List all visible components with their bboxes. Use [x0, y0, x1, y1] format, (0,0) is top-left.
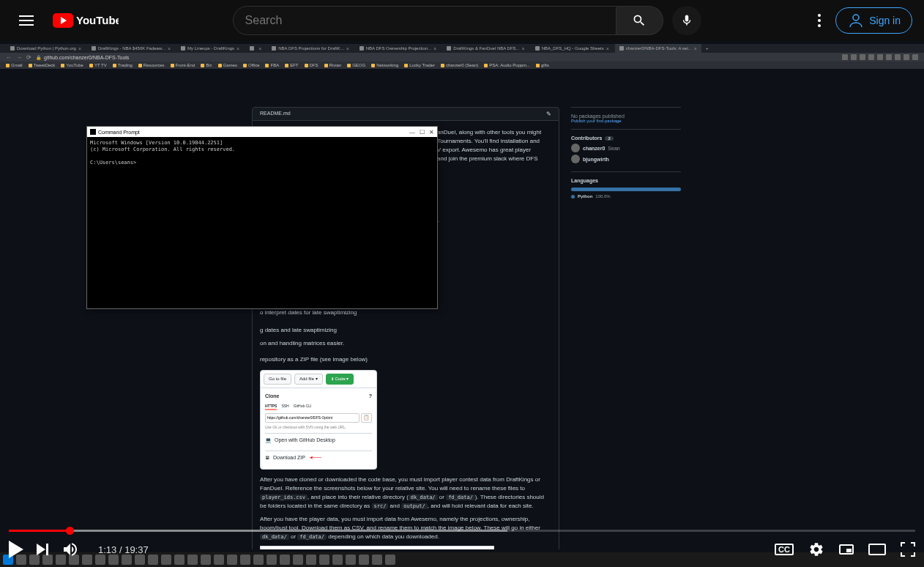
browser-tab[interactable]: DraftKings - NBA $450K Fadeaw...×: [87, 44, 175, 53]
maximize-button[interactable]: ☐: [420, 129, 425, 136]
clone-url-input[interactable]: [265, 413, 359, 423]
bookmark-item[interactable]: Networking: [371, 63, 398, 67]
address-bar[interactable]: 🔒 github.com/chanzer0/NBA-DFS-Tools: [36, 55, 129, 60]
voice-search-button[interactable]: [672, 6, 701, 35]
bookmark-item[interactable]: PSA: Audio Poppin...: [484, 63, 530, 67]
hamburger-menu-button[interactable]: [12, 6, 41, 35]
bookmark-item[interactable]: Front-End: [171, 63, 195, 67]
browser-tab-strip: Download Python | Python.org× DraftKings…: [0, 44, 924, 53]
bookmark-item[interactable]: Resources: [138, 63, 165, 67]
bookmark-item[interactable]: chanzer0 (Sean): [441, 63, 478, 67]
browser-nav-bar: ← → ⟳ 🔒 github.com/chanzer0/NBA-DFS-Tool…: [0, 53, 924, 62]
hamburger-icon: [19, 15, 34, 26]
volume-icon: [62, 541, 79, 558]
bookmark-item[interactable]: EFT: [285, 63, 298, 67]
fullscreen-icon: [901, 542, 915, 557]
command-prompt-window: Command Prompt —☐✕ Microsoft Windows [Ve…: [86, 126, 438, 309]
bookmark-item[interactable]: YT TV: [89, 63, 107, 67]
edit-icon[interactable]: ✎: [546, 111, 551, 117]
url-text: github.com/chanzer0/NBA-DFS-Tools: [44, 55, 129, 60]
play-button[interactable]: [9, 541, 23, 558]
browser-tab[interactable]: ×: [245, 44, 266, 53]
play-icon: [9, 541, 23, 558]
bookmark-item[interactable]: DFS: [305, 63, 318, 67]
browser-tab-active[interactable]: chanzer0/NBA-DFS-Tools: A set...×: [615, 44, 701, 53]
bookmark-item[interactable]: Gmail: [6, 63, 23, 67]
language-item: Python100.0%: [571, 194, 681, 199]
settings-button[interactable]: [808, 541, 824, 557]
goto-file-button[interactable]: Go to file: [264, 374, 291, 385]
bookmark-item[interactable]: Lucky Trader: [404, 63, 435, 67]
code-button[interactable]: ⬇ Code ▾: [326, 374, 354, 385]
arrow-annotation-icon: ←: [305, 450, 326, 465]
browser-tab[interactable]: NBA_DFS_HQ - Google Sheets×: [531, 44, 614, 53]
readme-paragraph: repository as a ZIP file (see image belo…: [260, 355, 551, 364]
youtube-logo[interactable]: YouTube: [53, 13, 119, 28]
volume-button[interactable]: [62, 541, 79, 558]
close-button[interactable]: ✕: [429, 129, 434, 136]
time-display: 1:13 / 19:37: [98, 544, 149, 555]
extension-icon[interactable]: [895, 54, 901, 60]
bookmark-item[interactable]: Biz: [201, 63, 212, 67]
search-button[interactable]: [616, 6, 663, 35]
more-options-button[interactable]: [815, 11, 824, 30]
avatar: [571, 144, 580, 152]
browser-tab[interactable]: DraftKings & FanDuel NBA DFS...×: [442, 44, 529, 53]
nav-forward-button[interactable]: →: [16, 54, 22, 61]
bookmark-item[interactable]: Trading: [113, 63, 133, 67]
bookmark-item[interactable]: FBA: [265, 63, 279, 67]
readme-paragraph: o interpret dates for late swaptimizing: [260, 308, 551, 317]
nav-back-button[interactable]: ←: [6, 54, 12, 61]
theater-button[interactable]: [868, 544, 886, 555]
search-input[interactable]: [233, 6, 616, 35]
browser-tab[interactable]: NBA DFS Ownership Projection...×: [355, 44, 441, 53]
next-button[interactable]: [37, 544, 48, 555]
contributor[interactable]: chanzer0Sean: [571, 144, 681, 152]
download-zip-button[interactable]: 🗎Download ZIP←: [265, 451, 372, 465]
bookmark-item[interactable]: Office: [243, 63, 260, 67]
github-sidebar: No packages published Publish your first…: [571, 107, 681, 204]
svg-text:YouTube: YouTube: [76, 14, 119, 26]
signin-button[interactable]: Sign in: [835, 7, 912, 34]
add-file-button[interactable]: Add file ▾: [294, 374, 323, 385]
extension-icon[interactable]: [851, 54, 857, 60]
extension-icon[interactable]: [877, 54, 883, 60]
bookmark-item[interactable]: Rivian: [324, 63, 342, 67]
cmd-titlebar[interactable]: Command Prompt —☐✕: [87, 127, 437, 137]
new-tab-button[interactable]: +: [703, 46, 712, 51]
minimize-button[interactable]: —: [409, 129, 415, 136]
extension-icon[interactable]: [912, 54, 918, 60]
bookmark-item[interactable]: Games: [218, 63, 237, 67]
cmd-body[interactable]: Microsoft Windows [Version 10.0.19044.22…: [87, 137, 437, 169]
publish-package-link[interactable]: Publish your first package: [571, 119, 681, 123]
browser-tab[interactable]: Download Python | Python.org×: [6, 44, 86, 53]
theater-icon: [868, 544, 886, 555]
bookmark-item[interactable]: YouTube: [61, 63, 83, 67]
user-icon: [847, 12, 865, 29]
avatar: [571, 155, 580, 163]
microphone-icon: [680, 14, 693, 27]
readme-paragraph: on and handling matrices easier.: [260, 339, 551, 348]
browser-tab[interactable]: My Lineups - DraftKings×: [176, 44, 244, 53]
player-controls: 1:13 / 19:37 CC: [0, 532, 924, 567]
clone-dropdown: Go to file Add file ▾ ⬇ Code ▾ Clone? HT…: [260, 370, 377, 470]
extension-icon[interactable]: [860, 54, 865, 60]
nav-reload-button[interactable]: ⟳: [26, 54, 31, 61]
extension-icon[interactable]: [868, 54, 874, 60]
fullscreen-button[interactable]: [901, 542, 915, 557]
bookmark-item[interactable]: gifts: [536, 63, 549, 67]
miniplayer-button[interactable]: [839, 544, 854, 555]
open-desktop-button[interactable]: 💻Open with GitHub Desktop: [265, 433, 372, 448]
captions-button[interactable]: CC: [775, 544, 794, 555]
extension-icon[interactable]: [886, 54, 892, 60]
language-bar: [571, 188, 681, 191]
bookmark-item[interactable]: GEOG: [347, 63, 365, 67]
browser-tab[interactable]: NBA DFS Projections for DraftK...×: [267, 44, 353, 53]
search-icon: [632, 13, 647, 28]
miniplayer-icon: [839, 544, 854, 555]
youtube-header: YouTube Sign in: [0, 0, 924, 41]
bookmark-item[interactable]: TweetDeck: [29, 63, 56, 67]
contributor[interactable]: bjungwirth: [571, 155, 681, 163]
extension-icon[interactable]: [903, 54, 909, 60]
extension-icon[interactable]: [842, 54, 848, 60]
